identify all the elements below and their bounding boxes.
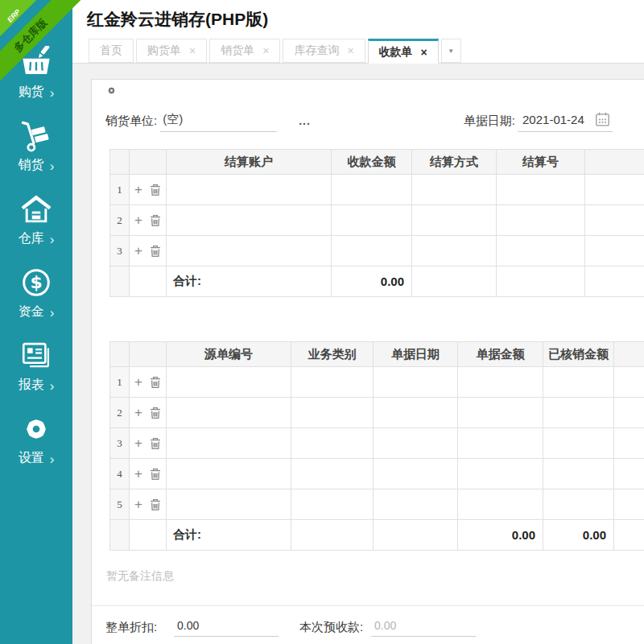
panel-settings-gear-icon[interactable] [106, 85, 117, 96]
cell-business-type[interactable] [291, 459, 374, 489]
close-icon[interactable]: × [347, 45, 353, 56]
customer-picker-button[interactable]: ... [299, 114, 311, 127]
cell-extra[interactable] [614, 459, 644, 489]
cell-bill-date[interactable] [374, 367, 458, 398]
trash-icon[interactable] [150, 245, 161, 258]
row-number: 3 [110, 428, 130, 459]
tab-home[interactable]: 首页 [89, 39, 134, 63]
cell-settlement-number[interactable] [497, 205, 585, 236]
cell-source-bill-no[interactable] [167, 398, 291, 428]
discount-input[interactable]: 0.00 [174, 617, 279, 637]
col-settlement-account: 结算账户 [167, 150, 332, 175]
cell-business-type[interactable] [291, 398, 374, 428]
customer-input[interactable]: (空) [160, 110, 277, 132]
sidebar-item-label: 资金 [19, 303, 44, 320]
cell-extra[interactable] [614, 489, 644, 520]
add-row-icon[interactable]: + [134, 405, 142, 421]
cell-business-type[interactable] [291, 489, 374, 520]
sidebar: ERP 多仓库版 [0, 0, 72, 644]
cell-settlement-method[interactable] [412, 205, 497, 236]
tab-list-dropdown-button[interactable]: ▼ [441, 39, 461, 63]
table-row: 4 + [110, 459, 644, 489]
close-icon[interactable]: × [189, 45, 196, 56]
cell-settlement-account[interactable] [167, 236, 332, 266]
sidebar-item-settings[interactable]: 设置 › [0, 410, 72, 483]
cell-business-type[interactable] [291, 428, 374, 459]
sidebar-item-sales[interactable]: 销货 › [0, 117, 72, 190]
cell-receipt-amount[interactable] [332, 205, 412, 236]
sidebar-item-label: 销货 [19, 157, 44, 174]
cell-business-type[interactable] [291, 367, 374, 398]
add-row-icon[interactable]: + [134, 243, 142, 259]
bill-date-input[interactable]: 2021-01-24 [518, 110, 613, 132]
add-row-icon[interactable]: + [134, 374, 142, 390]
tab-inventory-query[interactable]: 库存查询 × [283, 39, 365, 63]
add-row-icon[interactable]: + [134, 436, 142, 452]
cell-bill-amount[interactable] [458, 459, 543, 489]
cell-bill-amount[interactable] [458, 367, 543, 398]
settlement-total-row: 合计: 0.00 [110, 266, 644, 297]
add-row-icon[interactable]: + [134, 182, 142, 198]
cell-extra[interactable] [585, 205, 644, 236]
cell-bill-amount[interactable] [458, 428, 543, 459]
trash-icon[interactable] [150, 407, 161, 419]
cell-bill-amount[interactable] [458, 398, 543, 428]
cell-settlement-account[interactable] [167, 205, 332, 236]
trash-icon[interactable] [150, 437, 161, 450]
cell-bill-date[interactable] [374, 398, 458, 428]
cell-bill-amount[interactable] [458, 489, 543, 520]
cell-writeoff-amount[interactable] [543, 428, 614, 459]
calendar-icon[interactable] [594, 111, 611, 128]
trash-icon[interactable] [150, 184, 161, 196]
sidebar-item-reports[interactable]: 报表 › [0, 336, 72, 410]
cell-bill-date[interactable] [374, 428, 458, 459]
trash-icon[interactable] [150, 498, 161, 511]
cell-source-bill-no[interactable] [167, 459, 291, 489]
tab-purchase-order[interactable]: 购货单 × [136, 39, 207, 63]
cell-extra[interactable] [614, 367, 644, 398]
remarks-input[interactable]: 暂无备注信息 [106, 569, 644, 584]
cell-source-bill-no[interactable] [167, 367, 291, 398]
cell-extra[interactable] [585, 236, 644, 266]
chevron-down-icon: ▼ [448, 47, 454, 55]
customer-label: 销货单位: [105, 114, 157, 129]
cell-bill-date[interactable] [374, 459, 458, 489]
cell-extra[interactable] [614, 428, 644, 459]
table-row: 1 + [110, 175, 644, 205]
cell-writeoff-amount[interactable] [543, 367, 614, 398]
app-window: ERP 多仓库版 [0, 0, 644, 644]
tab-sales-order[interactable]: 销货单 × [209, 39, 280, 63]
cell-extra[interactable] [585, 175, 644, 205]
sidebar-item-warehouse[interactable]: 仓库 › [0, 190, 72, 263]
trash-icon[interactable] [150, 376, 161, 389]
add-row-icon[interactable]: + [134, 213, 142, 229]
cell-writeoff-amount[interactable] [543, 398, 614, 428]
prepay-input[interactable]: 0.00 [371, 617, 476, 637]
cell-extra[interactable] [614, 398, 644, 428]
chevron-right-icon: › [50, 452, 55, 466]
cell-settlement-method[interactable] [412, 236, 497, 266]
cell-writeoff-amount[interactable] [543, 459, 614, 489]
table-row: 3 + [110, 428, 644, 459]
cell-bill-date[interactable] [374, 489, 458, 520]
close-icon[interactable]: × [262, 45, 269, 56]
cell-source-bill-no[interactable] [167, 428, 291, 459]
cell-writeoff-amount[interactable] [543, 489, 614, 520]
cell-settlement-number[interactable] [497, 175, 585, 205]
tab-receipt-bill[interactable]: 收款单 × [368, 39, 439, 64]
cell-settlement-account[interactable] [167, 175, 332, 205]
close-icon[interactable]: × [421, 47, 427, 58]
settlement-table: 结算账户 收款金额 结算方式 结算号 1 + 2 + [109, 149, 644, 297]
add-row-icon[interactable]: + [134, 466, 142, 482]
trash-icon[interactable] [150, 468, 161, 481]
row-actions: + [130, 489, 167, 520]
cell-receipt-amount[interactable] [332, 175, 412, 205]
cell-settlement-number[interactable] [497, 236, 585, 266]
trash-icon[interactable] [150, 214, 161, 227]
add-row-icon[interactable]: + [134, 497, 142, 513]
cell-receipt-amount[interactable] [332, 236, 412, 266]
cell-settlement-method[interactable] [412, 175, 497, 205]
cell-source-bill-no[interactable] [167, 489, 291, 520]
chevron-right-icon: › [50, 159, 55, 173]
sidebar-item-funds[interactable]: $ 资金 › [0, 263, 72, 336]
